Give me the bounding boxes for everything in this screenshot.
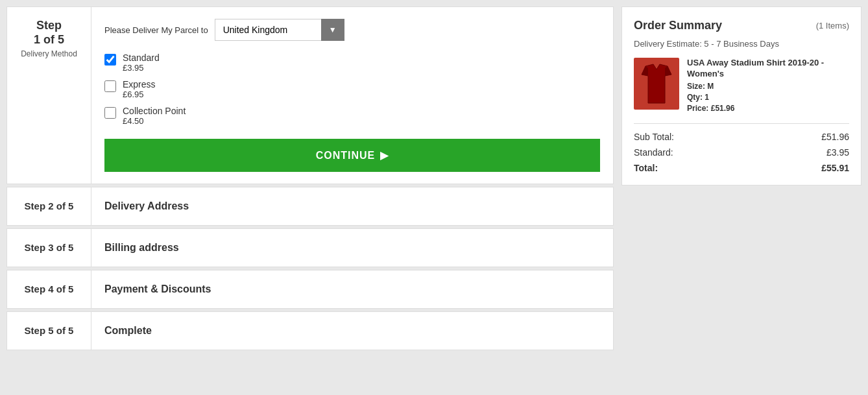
step-2-number: Step 2 of 5 — [25, 200, 74, 212]
step-5-number: Step 5 of 5 — [25, 325, 74, 337]
summary-items-count: (1 Items) — [816, 21, 849, 30]
svg-marker-1 — [642, 66, 648, 76]
step-3-label-box: Step 3 of 5 — [7, 229, 91, 267]
step-3-title: Billing address — [104, 242, 179, 254]
sub-total-label: Sub Total: — [634, 132, 674, 142]
step-5-collapsed: Step 5 of 5 Complete — [6, 311, 614, 350]
express-option[interactable]: Express £6.95 — [104, 79, 600, 99]
step-1-expanded: Step 1 of 5 Delivery Method Please Deliv… — [6, 6, 614, 184]
step-4-number: Step 4 of 5 — [25, 283, 74, 295]
product-shirt-icon — [639, 63, 675, 105]
total-label: Total: — [634, 163, 658, 173]
standard-option-name: Standard — [123, 53, 160, 63]
product-row: USA Away Stadium Shirt 2019-20 - Women's… — [634, 58, 849, 113]
continue-button[interactable]: CONTINUE ▶ — [104, 139, 600, 172]
country-select-wrapper[interactable]: United Kingdom United States France Germ… — [215, 19, 344, 41]
step-1-content: Please Deliver My Parcel to United Kingd… — [91, 7, 613, 184]
standard-option[interactable]: Standard £3.95 — [104, 53, 600, 73]
delivery-options: Standard £3.95 Express £6.95 — [104, 53, 600, 126]
product-name: USA Away Stadium Shirt 2019-20 - Women's — [687, 58, 849, 80]
delivery-estimate: Delivery Estimate: 5 - 7 Business Days — [634, 39, 849, 49]
step-5-title: Complete — [104, 325, 152, 337]
collection-option[interactable]: Collection Point £4.50 — [104, 106, 600, 126]
product-image — [634, 58, 679, 110]
total-value: £55.91 — [821, 163, 849, 173]
step-3-collapsed: Step 3 of 5 Billing address — [6, 228, 614, 267]
deliver-label: Please Deliver My Parcel to — [104, 25, 208, 35]
step-3-content: Billing address — [91, 229, 613, 267]
step-1-sub-label: Delivery Method — [21, 49, 77, 58]
step-4-label-box: Step 4 of 5 — [7, 270, 91, 308]
total-row: Total: £55.91 — [634, 163, 849, 173]
country-select[interactable]: United Kingdom United States France Germ… — [215, 19, 344, 41]
continue-arrow-icon: ▶ — [380, 149, 389, 162]
collection-option-name: Collection Point — [123, 106, 186, 116]
step-4-content: Payment & Discounts — [91, 270, 613, 308]
deliver-row: Please Deliver My Parcel to United Kingd… — [104, 19, 600, 41]
sub-total-row: Sub Total: £51.96 — [634, 132, 849, 142]
product-details: USA Away Stadium Shirt 2019-20 - Women's… — [687, 58, 849, 113]
product-qty: Qty: 1 — [687, 93, 849, 102]
product-size: Size: M — [687, 82, 849, 91]
summary-header: Order Summary (1 Items) — [634, 19, 849, 32]
step-5-label-box: Step 5 of 5 — [7, 312, 91, 350]
step-2-title: Delivery Address — [104, 200, 189, 212]
standard-option-price: £3.95 — [123, 63, 160, 73]
sub-total-value: £51.96 — [821, 132, 849, 142]
step-3-number: Step 3 of 5 — [25, 242, 74, 254]
collection-checkbox[interactable] — [104, 107, 116, 119]
collection-option-price: £4.50 — [123, 116, 186, 126]
express-option-price: £6.95 — [123, 90, 156, 99]
totals: Sub Total: £51.96 Standard: £3.95 Total:… — [634, 132, 849, 173]
continue-label: CONTINUE — [316, 150, 376, 162]
summary-title: Order Summary — [634, 19, 722, 32]
step-4-title: Payment & Discounts — [104, 283, 211, 295]
step-1-number: Step 1 of 5 — [34, 19, 64, 47]
product-price: Price: £51.96 — [687, 104, 849, 113]
standard-label: Standard: — [634, 147, 673, 158]
standard-checkbox[interactable] — [104, 54, 116, 66]
express-option-name: Express — [123, 79, 156, 90]
step-2-collapsed: Step 2 of 5 Delivery Address — [6, 187, 614, 226]
step-2-content: Delivery Address — [91, 187, 613, 225]
standard-value: £3.95 — [826, 147, 849, 158]
step-1-label-box: Step 1 of 5 Delivery Method — [7, 7, 91, 184]
svg-marker-2 — [665, 66, 671, 76]
checkout-steps: Step 1 of 5 Delivery Method Please Deliv… — [6, 6, 614, 353]
step-2-label-box: Step 2 of 5 — [7, 187, 91, 225]
express-checkbox[interactable] — [104, 80, 116, 92]
step-4-collapsed: Step 4 of 5 Payment & Discounts — [6, 270, 614, 309]
standard-row: Standard: £3.95 — [634, 147, 849, 158]
order-summary: Order Summary (1 Items) Delivery Estimat… — [621, 6, 862, 186]
summary-divider-1 — [634, 123, 849, 124]
step-5-content: Complete — [91, 312, 613, 350]
